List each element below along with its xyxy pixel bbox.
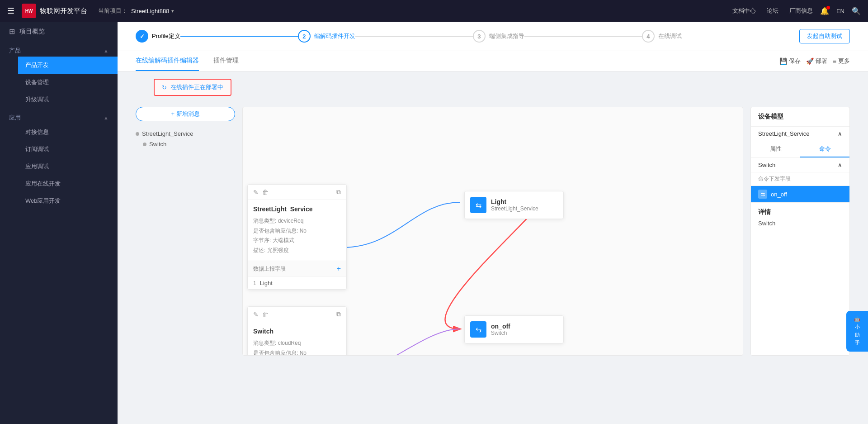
- editor-area: + 新增消息 StreetLight_Service Switch: [118, 100, 868, 363]
- node-info-light: Light StreetLight_Service: [491, 198, 538, 212]
- tab-bar: 在线编解码插件编辑器 插件管理 💾 保存 🚀 部署 ≡ 更多: [118, 51, 868, 71]
- rp-tab-property[interactable]: 属性: [751, 141, 800, 157]
- sidebar-item-product-dev[interactable]: 产品开发: [18, 57, 118, 74]
- sidebar-item-label: 订阅调试: [25, 145, 49, 153]
- project-name[interactable]: StreetLight888: [131, 8, 170, 14]
- tree-service-label: StreetLight_Service: [142, 130, 193, 137]
- deploy-notice-text: 在线插件正在部署中: [170, 83, 223, 91]
- card-2-title: Switch: [253, 328, 341, 335]
- sidebar-item-device-mgmt[interactable]: 设备管理: [18, 74, 118, 91]
- logo-text: 物联网开发平台: [40, 7, 87, 15]
- rp-tab-command[interactable]: 命令: [800, 141, 849, 157]
- card-2-meta: 消息类型: cloudReq 是否包含响应信息: No 字节序: 大端模式 描述…: [253, 338, 341, 356]
- node-title-light: Light: [491, 198, 538, 205]
- rp-device-model-title: 设备模型: [751, 107, 849, 127]
- language-selector[interactable]: EN: [836, 8, 844, 14]
- nav-vendor[interactable]: 厂商信息: [789, 7, 813, 15]
- save-action[interactable]: 💾 保存: [779, 57, 801, 65]
- menu-icon[interactable]: ☰: [7, 6, 14, 16]
- sidebar-item-app-online[interactable]: 应用在线开发: [18, 175, 118, 192]
- sidebar-item-app-tuning[interactable]: 应用调试: [18, 158, 118, 175]
- sidebar-item-web-app[interactable]: Web应用开发: [18, 192, 118, 210]
- sidebar-item-upgrade[interactable]: 升级调试: [18, 91, 118, 108]
- tree-dot-switch-icon: [143, 143, 146, 146]
- nav-forum[interactable]: 论坛: [767, 7, 778, 15]
- assistant-line2: 助: [848, 331, 866, 339]
- robot-icon: 🤖: [848, 315, 866, 324]
- rp-switch-arrow-icon: ∧: [838, 162, 842, 168]
- sidebar-item-subscription[interactable]: 订阅调试: [18, 141, 118, 158]
- nav-right: 🔔 EN 🔍: [820, 7, 861, 15]
- project-arrow-icon[interactable]: ▾: [171, 8, 174, 14]
- assistant-line3: 手: [848, 339, 866, 347]
- loading-spinner-icon: ↻: [162, 84, 167, 91]
- sidebar-item-label: 应用在线开发: [25, 180, 61, 188]
- notification-bell[interactable]: 🔔: [820, 7, 829, 15]
- sidebar-section-app[interactable]: 应用 ▲: [0, 108, 118, 124]
- nav-docs[interactable]: 文档中心: [732, 7, 756, 15]
- logo: HW 物联网开发平台: [22, 4, 87, 18]
- product-section-arrow: ▲: [104, 48, 108, 53]
- save-icon: 💾: [779, 57, 787, 65]
- node-sub-onoff: Switch: [491, 330, 510, 336]
- node-card-onoff: ⇆ on_off Switch: [464, 315, 564, 343]
- step-2: 2 编解码插件开发: [298, 30, 355, 43]
- more-action[interactable]: ≡ 更多: [833, 57, 850, 65]
- tree-switch-label: Switch: [149, 141, 166, 148]
- tab-plugin-mgmt[interactable]: 插件管理: [213, 51, 239, 71]
- rp-switch-item[interactable]: Switch ∧: [751, 158, 849, 172]
- tree-indent: Switch: [136, 139, 235, 149]
- sidebar-sub-app: 对接信息 订阅调试 应用调试 应用在线开发 Web应用开发: [0, 124, 118, 210]
- sidebar-item-label: 对接信息: [25, 128, 49, 136]
- sidebar-item-connection[interactable]: 对接信息: [18, 124, 118, 141]
- rp-service-item[interactable]: StreetLight_Service ∧: [751, 127, 849, 141]
- overview-icon: ⊞: [9, 27, 15, 36]
- node-icon-light: ⇆: [470, 197, 486, 213]
- canvas-card-streetlight: ✎ 🗑 ⧉ StreetLight_Service 消息类型: deviceRe…: [247, 184, 347, 290]
- rp-field-icon: ⇆: [758, 190, 767, 199]
- deploy-icon: 🚀: [806, 57, 814, 65]
- layout: ⊞ 项目概览 产品 ▲ 产品开发 设备管理 升级调试 应用 ▲ 对接信息: [0, 0, 868, 424]
- rp-detail-section: 详情 Switch: [751, 202, 849, 232]
- sidebar-sub-product: 产品开发 设备管理 升级调试: [0, 57, 118, 108]
- step-1: ✓ Profile定义: [136, 30, 180, 43]
- app-section-label: 应用: [9, 114, 21, 122]
- logo-icon: HW: [22, 4, 36, 18]
- step-2-label: 编解码插件开发: [314, 32, 355, 40]
- app-section-arrow: ▲: [104, 115, 108, 120]
- deploy-action[interactable]: 🚀 部署: [806, 57, 827, 65]
- field-num-1: 1: [253, 280, 256, 286]
- step-line-1: [180, 36, 298, 37]
- rp-switch-label: Switch: [758, 162, 775, 168]
- step-4-label: 在线调试: [658, 32, 682, 40]
- card-1-field-1: 1 Light: [248, 276, 346, 289]
- left-panel: + 新增消息 StreetLight_Service Switch: [136, 107, 235, 356]
- card-1-hasresp: 是否包含响应信息: No: [253, 226, 341, 236]
- add-field-icon[interactable]: +: [337, 265, 341, 273]
- edit-icon[interactable]: ✎: [253, 189, 259, 196]
- expand-icon[interactable]: ⧉: [336, 188, 341, 196]
- step-line-3: [524, 36, 642, 37]
- card-1-msgtype: 消息类型: deviceReq: [253, 216, 341, 226]
- expand-icon-2[interactable]: ⧉: [336, 310, 341, 318]
- float-assistant[interactable]: 🤖 小 助 手: [846, 311, 868, 352]
- sidebar-item-overview[interactable]: ⊞ 项目概览: [0, 22, 118, 41]
- card-1-section[interactable]: 数据上报字段 +: [248, 261, 346, 276]
- delete-icon[interactable]: 🗑: [262, 189, 269, 196]
- rp-service-label: StreetLight_Service: [758, 130, 809, 137]
- more-icon: ≡: [833, 57, 836, 65]
- connection-light-blue: [342, 202, 460, 248]
- rp-field-item-label: on_off: [771, 191, 787, 198]
- start-test-button[interactable]: 发起自助测试: [799, 29, 850, 43]
- search-icon[interactable]: 🔍: [852, 7, 861, 15]
- canvas-card-switch: ✎ 🗑 ⧉ Switch 消息类型: cloudReq 是否包含响应信息: No…: [247, 306, 347, 356]
- rp-field-item-onoff[interactable]: ⇆ on_off: [751, 186, 849, 202]
- sidebar-section-product[interactable]: 产品 ▲: [0, 41, 118, 57]
- add-message-button[interactable]: + 新增消息: [136, 107, 235, 121]
- step-line-2: [355, 36, 473, 37]
- connection-purple: [342, 329, 460, 355]
- tab-online-editor[interactable]: 在线编解码插件编辑器: [136, 51, 199, 71]
- rp-service-arrow-icon: ∧: [838, 130, 842, 137]
- edit-icon-2[interactable]: ✎: [253, 311, 259, 318]
- delete-icon-2[interactable]: 🗑: [262, 311, 269, 318]
